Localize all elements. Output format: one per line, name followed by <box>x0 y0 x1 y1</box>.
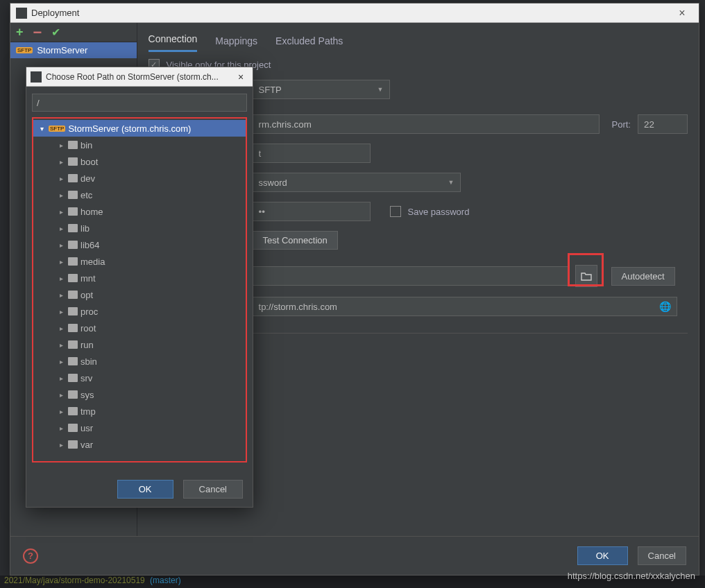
test-connection-button[interactable]: Test Connection <box>253 231 338 250</box>
popup-titlebar: Choose Root Path on StormServer (storm.c… <box>26 67 253 87</box>
chevron-right-icon: ▸ <box>57 175 65 182</box>
folder-icon <box>68 307 78 315</box>
auth-type-select[interactable]: ssword ▼ <box>253 173 461 192</box>
tree-folder-home[interactable]: ▸home <box>33 203 246 220</box>
add-server-icon[interactable]: + <box>16 25 24 40</box>
dialog-title: Deployment <box>31 8 671 18</box>
chevron-down-icon: ▼ <box>377 86 384 93</box>
remove-server-icon[interactable]: − <box>33 29 42 36</box>
tree-folder-bin[interactable]: ▸bin <box>33 137 246 153</box>
autodetect-button[interactable]: Autodetect <box>611 267 675 286</box>
folder-label: boot <box>80 157 98 167</box>
folder-icon <box>68 241 78 249</box>
tree-folder-root[interactable]: ▸root <box>33 320 246 336</box>
tree-folder-dev[interactable]: ▸dev <box>33 170 246 187</box>
folder-icon <box>68 141 78 149</box>
web-url-value: tp://storm.chris.com <box>259 302 337 312</box>
save-password-label: Save password <box>408 207 470 217</box>
popup-title: Choose Root Path on StormServer (storm.c… <box>46 72 233 82</box>
folder-icon <box>68 207 78 216</box>
popup-ok-button[interactable]: OK <box>117 480 173 499</box>
popup-cancel-button[interactable]: Cancel <box>183 480 243 499</box>
chevron-right-icon: ▸ <box>57 141 65 149</box>
tree-folder-var[interactable]: ▸var <box>33 436 246 453</box>
folder-label: proc <box>80 306 98 317</box>
path-input[interactable] <box>32 94 247 112</box>
password-input[interactable] <box>253 202 371 221</box>
chevron-right-icon: ▸ <box>57 441 65 449</box>
app-icon <box>16 8 27 19</box>
folder-label: bin <box>80 140 92 150</box>
tree-folder-mnt[interactable]: ▸mnt <box>33 270 246 286</box>
chevron-right-icon: ▸ <box>57 424 65 432</box>
folder-icon <box>68 324 78 332</box>
chevron-right-icon: ▸ <box>57 325 65 332</box>
type-select[interactable]: SFTP ▼ <box>253 80 390 99</box>
port-label: Port: <box>612 119 631 130</box>
folder-label: var <box>80 440 93 450</box>
tree-folder-srv[interactable]: ▸srv <box>33 370 246 386</box>
folder-label: opt <box>80 290 93 300</box>
chevron-down-icon: ▾ <box>37 125 46 132</box>
folder-icon <box>68 440 78 449</box>
web-url-input[interactable]: tp://storm.chris.com 🌐 <box>253 297 677 316</box>
host-input[interactable] <box>253 114 600 134</box>
tree-folder-proc[interactable]: ▸proc <box>33 303 246 320</box>
folder-label: lib <box>80 223 90 234</box>
tree-folder-etc[interactable]: ▸etc <box>33 187 246 203</box>
folder-icon <box>68 357 78 365</box>
folder-icon <box>68 157 78 166</box>
tree-root-label: StormServer (storm.chris.com) <box>68 123 191 134</box>
tree-folder-tmp[interactable]: ▸tmp <box>33 403 246 420</box>
sftp-badge-icon: SFTP <box>49 126 65 132</box>
tree-folder-sbin[interactable]: ▸sbin <box>33 353 246 370</box>
tree-folder-usr[interactable]: ▸usr <box>33 420 246 436</box>
folder-label: sys <box>80 390 94 400</box>
folder-label: home <box>80 207 103 217</box>
chevron-right-icon: ▸ <box>57 308 65 315</box>
folder-icon <box>68 274 78 282</box>
tree-folder-sys[interactable]: ▸sys <box>33 386 246 403</box>
tree-folder-lib[interactable]: ▸lib <box>33 220 246 236</box>
validate-icon[interactable]: ✔ <box>51 26 60 39</box>
chevron-right-icon: ▸ <box>57 391 65 399</box>
server-item-label: StormServer <box>37 45 87 55</box>
close-icon[interactable]: × <box>233 71 248 83</box>
type-value: SFTP <box>259 85 282 95</box>
tree-folder-lib64[interactable]: ▸lib64 <box>33 236 246 253</box>
folder-label: mnt <box>80 273 96 284</box>
save-password-checkbox[interactable] <box>390 206 401 217</box>
root-path-input[interactable] <box>253 266 568 286</box>
server-item-stormserver[interactable]: SFTP StormServer <box>10 42 137 58</box>
tab-mappings[interactable]: Mappings <box>215 35 257 52</box>
folder-label: root <box>80 323 96 334</box>
help-icon[interactable]: ? <box>23 548 38 564</box>
username-input[interactable] <box>253 144 371 163</box>
sidebar-toolbar: + − ✔ <box>10 23 137 42</box>
dialog-titlebar: Deployment × <box>10 3 699 23</box>
tree-root[interactable]: ▾ SFTP StormServer (storm.chris.com) <box>33 120 246 137</box>
folder-label: usr <box>80 423 93 433</box>
tabs: Connection Mappings Excluded Paths <box>148 23 688 52</box>
tree-folder-boot[interactable]: ▸boot <box>33 153 246 170</box>
close-icon[interactable]: × <box>671 7 693 19</box>
browse-root-path-button[interactable] <box>575 265 597 287</box>
chevron-right-icon: ▸ <box>57 158 65 166</box>
folder-tree: ▾ SFTP StormServer (storm.chris.com) ▸bi… <box>32 117 247 462</box>
chevron-right-icon: ▸ <box>57 408 65 415</box>
tree-folder-media[interactable]: ▸media <box>33 253 246 270</box>
tree-folder-opt[interactable]: ▸opt <box>33 286 246 303</box>
app-icon <box>31 71 42 83</box>
cancel-button[interactable]: Cancel <box>638 546 686 565</box>
tab-excluded-paths[interactable]: Excluded Paths <box>275 35 343 52</box>
chevron-right-icon: ▸ <box>57 225 65 232</box>
port-input[interactable] <box>638 114 688 134</box>
ok-button[interactable]: OK <box>577 546 628 565</box>
tree-folder-run[interactable]: ▸run <box>33 336 246 353</box>
dialog-footer: ? OK Cancel <box>10 536 699 575</box>
chevron-right-icon: ▸ <box>57 191 65 199</box>
tab-connection[interactable]: Connection <box>148 33 198 52</box>
folder-icon <box>68 340 78 349</box>
chevron-down-icon: ▼ <box>448 179 455 186</box>
folder-label: etc <box>80 190 92 200</box>
